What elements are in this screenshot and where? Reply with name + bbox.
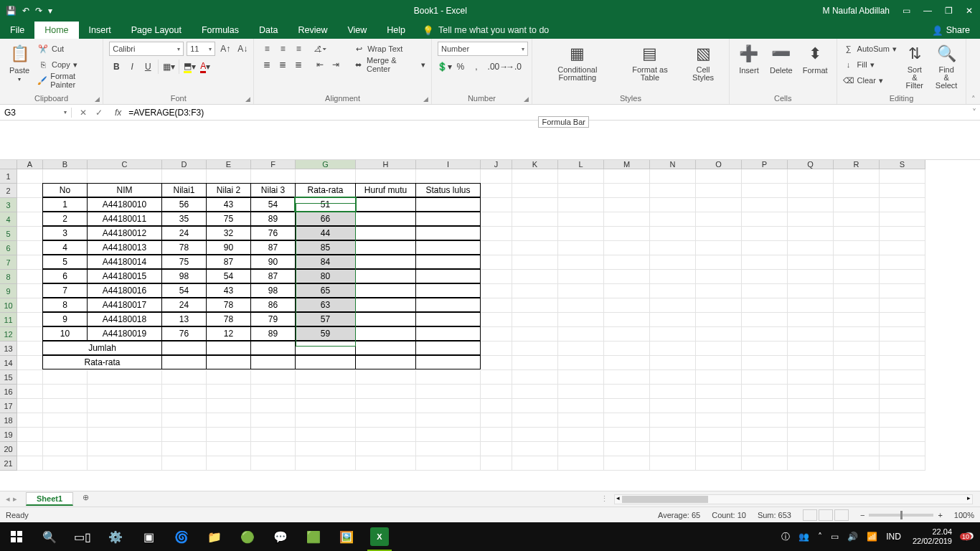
cell-Q18[interactable]: [788, 413, 834, 428]
align-bottom-icon[interactable]: ≡: [291, 42, 306, 56]
cell-M21[interactable]: [604, 456, 650, 471]
cell-O12[interactable]: [696, 327, 742, 342]
row-header-14[interactable]: 14: [0, 356, 17, 370]
cell-M20[interactable]: [604, 442, 650, 456]
cell-D10[interactable]: 24: [161, 298, 207, 312]
cell-J20[interactable]: [481, 442, 512, 456]
sheet-nav-last-icon[interactable]: ▸: [13, 494, 17, 504]
col-header-S[interactable]: S: [880, 160, 925, 169]
fx-icon[interactable]: fx: [110, 108, 126, 118]
clipboard-dialog-launcher[interactable]: ◢: [95, 95, 100, 103]
cell-A2[interactable]: [17, 184, 43, 198]
col-header-H[interactable]: H: [356, 160, 416, 169]
cell-K4[interactable]: [512, 212, 558, 227]
cell-Q17[interactable]: [788, 399, 834, 413]
cell-A17[interactable]: [17, 399, 43, 413]
cell-G5[interactable]: 44: [295, 226, 356, 240]
taskbar-app-chrome[interactable]: 🟢: [231, 522, 264, 551]
cell-B2[interactable]: No: [42, 183, 88, 197]
cell-I3[interactable]: [415, 197, 481, 212]
cell-I21[interactable]: [416, 456, 481, 471]
comma-format-icon[interactable]: ,: [469, 60, 484, 74]
cell-D4[interactable]: 35: [161, 212, 207, 226]
cell-D1[interactable]: [162, 169, 207, 184]
align-middle-icon[interactable]: ≡: [275, 42, 290, 56]
cell-O8[interactable]: [696, 270, 742, 284]
cell-G18[interactable]: [296, 413, 356, 428]
cell-G11[interactable]: 57: [295, 312, 356, 326]
cell-N2[interactable]: [650, 184, 696, 198]
cell-S14[interactable]: [880, 356, 925, 370]
cell-P21[interactable]: [742, 456, 788, 471]
tray-help-icon[interactable]: ⓘ: [781, 531, 790, 543]
copy-button[interactable]: ⎘Copy ▾: [37, 57, 97, 72]
cell-M12[interactable]: [604, 327, 650, 342]
cell-L15[interactable]: [558, 370, 604, 385]
cell-J7[interactable]: [481, 255, 512, 270]
cell-C16[interactable]: [88, 385, 162, 399]
cell-B1[interactable]: [43, 169, 88, 184]
cell-H14[interactable]: [355, 355, 416, 369]
cell-D19[interactable]: [162, 428, 207, 442]
row-header-6[interactable]: 6: [0, 241, 17, 255]
cell-R21[interactable]: [834, 456, 880, 471]
cell-C10[interactable]: A44180017: [87, 298, 162, 312]
cancel-formula-icon[interactable]: ✕: [76, 105, 90, 120]
tab-home[interactable]: Home: [34, 22, 78, 39]
tab-page-layout[interactable]: Page Layout: [121, 22, 192, 39]
cell-P10[interactable]: [742, 298, 788, 313]
cell-B12[interactable]: 10: [42, 326, 88, 341]
cell-J15[interactable]: [481, 370, 512, 385]
cut-button[interactable]: ✂️Cut: [37, 42, 97, 56]
cell-F4[interactable]: 89: [250, 212, 296, 226]
align-left-icon[interactable]: ≣: [260, 57, 274, 72]
cell-F9[interactable]: 98: [250, 283, 296, 298]
cell-B5[interactable]: 3: [42, 226, 88, 240]
cell-B16[interactable]: [43, 385, 88, 399]
cell-L5[interactable]: [558, 227, 604, 241]
cell-L11[interactable]: [558, 313, 604, 327]
increase-indent-icon[interactable]: ⇥: [329, 57, 343, 72]
cell-A21[interactable]: [17, 456, 43, 471]
cell-O14[interactable]: [696, 356, 742, 370]
cell-I17[interactable]: [416, 399, 481, 413]
cell-Q2[interactable]: [788, 184, 834, 198]
cell-O4[interactable]: [696, 212, 742, 227]
enter-formula-icon[interactable]: ✓: [92, 105, 106, 120]
cell-N8[interactable]: [650, 270, 696, 284]
cell-L10[interactable]: [558, 298, 604, 313]
cell-K11[interactable]: [512, 313, 558, 327]
cell-N12[interactable]: [650, 327, 696, 342]
cell-L20[interactable]: [558, 442, 604, 456]
font-dialog-launcher[interactable]: ◢: [245, 95, 250, 103]
cell-C1[interactable]: [88, 169, 162, 184]
cell-Q6[interactable]: [788, 241, 834, 255]
cell-K16[interactable]: [512, 385, 558, 399]
ribbon-options-icon[interactable]: ▭: [903, 6, 910, 16]
align-right-icon[interactable]: ≣: [291, 57, 306, 72]
cell-L6[interactable]: [558, 241, 604, 255]
cell-S21[interactable]: [880, 456, 925, 471]
cell-P6[interactable]: [742, 241, 788, 255]
col-header-L[interactable]: L: [558, 160, 604, 169]
row-header-4[interactable]: 4: [0, 212, 17, 227]
cell-N3[interactable]: [650, 198, 696, 212]
cell-J18[interactable]: [481, 413, 512, 428]
col-header-P[interactable]: P: [742, 160, 788, 169]
cell-N6[interactable]: [650, 241, 696, 255]
cell-L2[interactable]: [558, 184, 604, 198]
cell-styles-button[interactable]: ▧Cell Styles: [683, 42, 723, 83]
cell-N18[interactable]: [650, 413, 696, 428]
cell-E4[interactable]: 75: [206, 212, 251, 226]
borders-button[interactable]: ▦▾: [161, 60, 176, 74]
cell-A20[interactable]: [17, 442, 43, 456]
cell-A19[interactable]: [17, 428, 43, 442]
cell-S10[interactable]: [880, 298, 925, 313]
cell-I12[interactable]: [415, 326, 481, 341]
cell-J14[interactable]: [481, 356, 512, 370]
cell-F8[interactable]: 87: [250, 269, 296, 283]
cell-S15[interactable]: [880, 370, 925, 385]
cell-R1[interactable]: [834, 169, 880, 184]
decrease-indent-icon[interactable]: ⇤: [313, 57, 327, 72]
tab-view[interactable]: View: [337, 22, 377, 39]
